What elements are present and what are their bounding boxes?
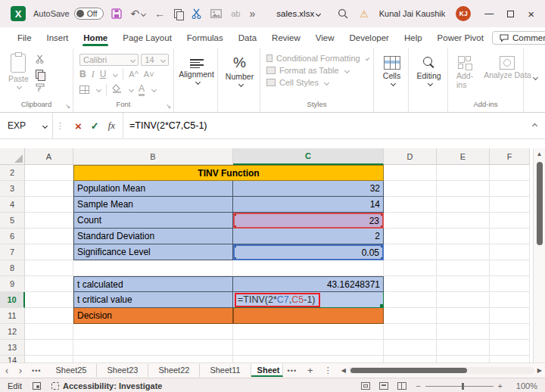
row-header-13[interactable]: 13: [0, 340, 25, 356]
sheet-tab-sheet23[interactable]: Sheet23: [97, 364, 148, 377]
cell-f4[interactable]: [490, 197, 530, 213]
cell-f3[interactable]: [490, 181, 530, 197]
cell-d9[interactable]: [384, 276, 437, 292]
cell-d4[interactable]: [384, 197, 437, 213]
cell-e14[interactable]: [437, 356, 490, 362]
cut-icon[interactable]: [192, 8, 201, 19]
cell-b9[interactable]: t calculated: [73, 276, 233, 292]
italic-button[interactable]: I: [92, 69, 95, 80]
horizontal-scroll-track[interactable]: [349, 367, 534, 374]
cell-b7[interactable]: Significance Level: [73, 244, 233, 260]
tab-developer[interactable]: Developer: [343, 30, 396, 46]
cell-b13[interactable]: [73, 340, 233, 356]
cell-a6[interactable]: [25, 229, 73, 244]
zoom-slider[interactable]: − +: [416, 381, 503, 390]
cell-b11[interactable]: Decision: [73, 308, 233, 324]
grow-font-button[interactable]: A^: [129, 70, 139, 79]
cell-c8[interactable]: [233, 260, 384, 276]
cell-a7[interactable]: [25, 244, 73, 260]
font-color-chevron-icon[interactable]: [151, 87, 157, 92]
row-header-8[interactable]: 8: [0, 260, 25, 276]
cell-a9[interactable]: [25, 276, 73, 292]
cell-e4[interactable]: [437, 197, 490, 213]
tab-home[interactable]: Home: [76, 30, 114, 46]
cell-e12[interactable]: [437, 324, 490, 340]
cell-f11[interactable]: [490, 308, 530, 324]
editing-button[interactable]: Editing: [413, 55, 444, 86]
font-name-select[interactable]: Calibri: [79, 54, 139, 66]
cell-f2[interactable]: [490, 165, 530, 181]
row-header-6[interactable]: 6: [0, 229, 25, 244]
cells-button[interactable]: Cells: [379, 55, 404, 86]
cell-d10[interactable]: [384, 292, 437, 308]
cell-b3[interactable]: Population Mean: [73, 181, 233, 197]
cell-a4[interactable]: [25, 197, 73, 213]
zoom-in-icon[interactable]: +: [498, 381, 503, 390]
cell-a8[interactable]: [25, 260, 73, 276]
maximize-button[interactable]: [507, 11, 514, 17]
cell-e8[interactable]: [437, 260, 490, 276]
sheet-overflow-left[interactable]: •••: [27, 367, 45, 375]
cell-a11[interactable]: [25, 308, 73, 324]
cell-f5[interactable]: [490, 213, 530, 229]
column-header-d[interactable]: D: [384, 148, 437, 165]
cell-d7[interactable]: [384, 244, 437, 260]
zoom-level[interactable]: 100%: [512, 381, 537, 390]
avatar[interactable]: KJ: [456, 6, 471, 21]
cell-c12[interactable]: [233, 324, 384, 340]
horizontal-scrollbar[interactable]: ◀ ▶: [341, 367, 542, 374]
cell-f13[interactable]: [490, 340, 530, 356]
horizontal-scroll-thumb[interactable]: [350, 368, 467, 373]
font-color-button[interactable]: A: [139, 83, 145, 96]
normal-view-icon[interactable]: [361, 382, 370, 390]
tab-help[interactable]: Help: [397, 30, 429, 46]
cell-c4[interactable]: 14: [233, 197, 384, 213]
shrink-font-button[interactable]: A˅: [144, 70, 154, 79]
cell-b12[interactable]: [73, 324, 233, 340]
copy-icon[interactable]: [174, 9, 182, 19]
cell-a10[interactable]: [25, 292, 73, 308]
tab-page-layout[interactable]: Page Layout: [116, 30, 179, 46]
cell-f12[interactable]: [490, 324, 530, 340]
cell-a5[interactable]: [25, 213, 73, 229]
insert-function-icon[interactable]: fx: [108, 120, 115, 132]
cell-e2[interactable]: [437, 165, 490, 181]
cell-d14[interactable]: [384, 356, 437, 362]
tab-view[interactable]: View: [309, 30, 341, 46]
sheet-nav-right-icon[interactable]: ›: [14, 366, 27, 376]
cell-c6[interactable]: 2: [233, 229, 384, 244]
underline-button[interactable]: U: [100, 69, 107, 79]
cell-f10[interactable]: [490, 292, 530, 308]
row-header-7[interactable]: 7: [0, 244, 25, 260]
cell-d2[interactable]: [384, 165, 437, 181]
font-dialog-launcher-icon[interactable]: ↘: [166, 103, 171, 110]
cell-c9[interactable]: 43.16248371: [233, 276, 384, 292]
cell-e7[interactable]: [437, 244, 490, 260]
toolbar-overflow-icon[interactable]: »: [250, 8, 256, 19]
ribbon-collapse-chevron-icon[interactable]: [533, 74, 538, 79]
close-button[interactable]: ×: [528, 8, 534, 20]
scroll-right-icon[interactable]: ▶: [537, 367, 542, 374]
sheet-tab-sheet25[interactable]: Sheet25: [45, 364, 97, 377]
page-layout-view-icon[interactable]: [379, 382, 388, 390]
copy-small-icon[interactable]: [36, 70, 44, 79]
cell-f8[interactable]: [490, 260, 530, 276]
row-header-4[interactable]: 4: [0, 197, 25, 213]
row-header-14[interactable]: 14: [0, 356, 25, 362]
borders-button-icon[interactable]: [79, 86, 89, 94]
add-sheet-icon[interactable]: +: [301, 365, 319, 376]
cell-e6[interactable]: [437, 229, 490, 244]
zoom-out-icon[interactable]: −: [416, 381, 420, 390]
row-header-10[interactable]: 10: [0, 292, 25, 308]
sheet-tab-sheet11[interactable]: Sheet11: [200, 364, 251, 377]
cell-d12[interactable]: [384, 324, 437, 340]
enter-icon[interactable]: ✓: [91, 120, 99, 132]
redo-ab-icon[interactable]: ab: [231, 9, 240, 18]
cell-d8[interactable]: [384, 260, 437, 276]
cell-c5-referenced[interactable]: 23: [233, 213, 384, 229]
formula-input[interactable]: =TINV(2*C7,C5-1): [123, 113, 522, 138]
fill-color-button[interactable]: [112, 84, 122, 95]
tab-file[interactable]: File: [11, 30, 39, 46]
vertical-scrollbar[interactable]: ▲: [533, 148, 545, 362]
cell-b6[interactable]: Standard Deviation: [73, 229, 233, 244]
